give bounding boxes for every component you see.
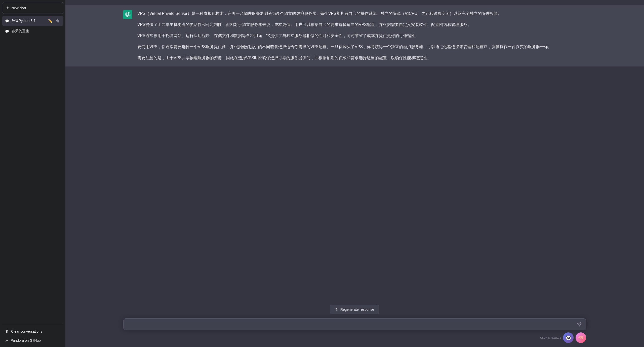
github-link-button[interactable]: ↗ Pandora on GitHub	[2, 336, 63, 345]
chat-messages: VPS（Virtual Private Server）是一种虚拟化技术，它将一台…	[65, 0, 644, 301]
regenerate-icon: ↻	[335, 307, 338, 311]
sidebar-bottom: 🗑 Clear conversations ↗ Pandora on GitHu…	[2, 324, 63, 345]
delete-chat-button[interactable]: 🗑	[55, 18, 60, 23]
chat-icon: 💬	[5, 19, 9, 23]
edit-chat-button[interactable]: ✏️	[47, 18, 53, 23]
regenerate-button[interactable]: ↻ Regenerate response	[330, 305, 380, 314]
chat-item-label: 升级Python 3.7	[12, 19, 35, 23]
regenerate-wrapper: ↻ Regenerate response	[123, 305, 586, 314]
clear-conversations-button[interactable]: 🗑 Clear conversations	[2, 327, 63, 336]
new-chat-button[interactable]: + New chat	[2, 2, 63, 14]
message-paragraph-1: VPS（Virtual Private Server）是一种虚拟化技术，它将一台…	[137, 10, 586, 17]
github-link-label: Pandora on GitHub	[11, 338, 41, 342]
external-link-icon: ↗	[5, 338, 8, 342]
message-paragraph-3: VPS通常被用于托管网站、运行应用程序、存储文件和数据等各种用途。它提供了与独立…	[137, 32, 586, 39]
plus-icon: +	[6, 5, 9, 11]
input-container	[123, 318, 586, 330]
trash-icon: 🗑	[5, 329, 9, 333]
chat-item-left: 💬 升级Python 3.7	[5, 19, 47, 23]
chat-item-label-2: 春天的重生	[12, 29, 29, 33]
message-paragraph-2: VPS提供了比共享主机更高的灵活性和可定制性，但相对于独立服务器来说，成本更低。…	[137, 21, 586, 28]
message-paragraph-4: 要使用VPS，你通常需要选择一个VPS服务提供商，并根据他们提供的不同套餐选择适…	[137, 43, 586, 50]
assistant-message: VPS（Virtual Private Server）是一种虚拟化技术，它将一台…	[65, 5, 644, 66]
sidebar-item-conv-1[interactable]: 💬 升级Python 3.7 ✏️ 🗑	[2, 16, 63, 26]
clear-conversations-label: Clear conversations	[11, 329, 42, 333]
chat-icon-2: 💬	[5, 29, 9, 33]
assistant-message-text: VPS（Virtual Private Server）是一种虚拟化技术，它将一台…	[137, 10, 586, 61]
chat-input[interactable]	[123, 318, 586, 330]
pandora-avatar[interactable]: 🐼	[563, 332, 574, 343]
input-area: ↻ Regenerate response CSDN @AKan939 🐼 🧠	[65, 301, 644, 347]
main-content: VPS（Virtual Private Server）是一种虚拟化技术，它将一台…	[65, 0, 644, 347]
assistant-avatar	[123, 10, 132, 19]
sidebar: + New chat 💬 升级Python 3.7 ✏️ 🗑 💬 春天的重生 🗑	[0, 0, 65, 347]
regenerate-label: Regenerate response	[340, 307, 374, 311]
chat-item-left-2: 💬 春天的重生	[5, 29, 60, 33]
message-paragraph-5: 需要注意的是，由于VPS共享物理服务器的资源，因此在选择VPS时应确保选择可靠的…	[137, 54, 586, 61]
chat-history-list: 💬 升级Python 3.7 ✏️ 🗑 💬 春天的重生	[2, 16, 63, 322]
brain-avatar[interactable]: 🧠	[576, 332, 586, 343]
csdn-label: CSDN @AKan939	[540, 336, 561, 339]
openai-logo-icon	[125, 12, 131, 17]
sidebar-item-conv-2[interactable]: 💬 春天的重生	[2, 26, 63, 36]
send-button[interactable]	[576, 321, 583, 328]
send-icon	[577, 322, 582, 327]
new-chat-label: New chat	[12, 6, 26, 10]
chat-item-actions: ✏️ 🗑	[47, 18, 60, 23]
